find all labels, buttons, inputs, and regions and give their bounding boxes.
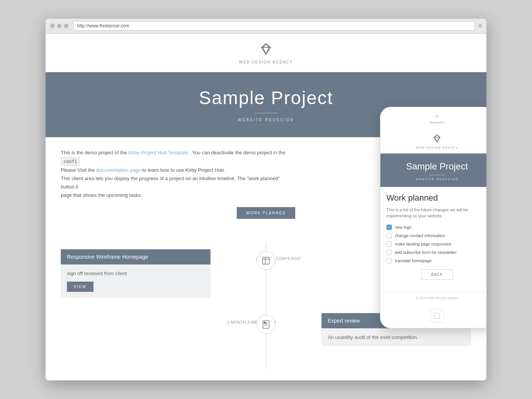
checklist-item: add subscribe form for newsletter <box>386 250 486 255</box>
svg-marker-14 <box>434 135 440 142</box>
timeline-card-1: Responsive Wireframe Homepage sign off r… <box>61 249 211 298</box>
intro-text-5: This client area lets you display the pr… <box>61 176 280 190</box>
expert-card-body: An usability audit of the exist competit… <box>321 328 471 346</box>
hero-title: Sample Project <box>53 87 479 108</box>
mobile-site-name: WEB DESIGN AGENCY <box>380 146 486 149</box>
mobile-body: Work planned This is a list of the futur… <box>380 187 486 292</box>
svg-rect-13 <box>264 322 265 323</box>
mobile-speaker <box>429 122 445 124</box>
timeline-icon-2 <box>256 315 276 334</box>
checklist-item: make landing page responsive <box>386 241 486 247</box>
mobile-section-title: Work planned <box>386 193 486 203</box>
mobile-hero-divider <box>429 175 445 175</box>
browser-dot-red <box>50 24 55 28</box>
svg-marker-0 <box>261 44 271 54</box>
intro-text-2: . You can deactivate the demo project in… <box>190 150 285 155</box>
checkbox-checked-icon[interactable]: ✓ <box>386 225 392 230</box>
website-content: WEB DESIGN AGENCY Sample Project WEBSITE… <box>46 34 486 381</box>
config-badge: confi <box>61 157 80 166</box>
intro-text-6: page that shows the upcoming tasks. <box>61 192 142 198</box>
browser-dots <box>50 24 68 28</box>
mobile-camera <box>435 115 439 118</box>
url-text: http://www.freelancer.com <box>77 23 129 28</box>
intro-text-4: to learn how to use Kirby Project Hub. <box>142 167 225 173</box>
intro-text-3: Please Visit the <box>61 167 96 173</box>
timeline-item-2-time: 1 MONTH 3 WEEKS AGO <box>127 313 276 325</box>
checkbox-empty-icon[interactable] <box>386 233 392 238</box>
kirby-link[interactable]: Kirby Project Hub Template <box>128 150 188 155</box>
timeline-card-1-desc: sign off received from client <box>67 271 204 276</box>
expert-card-desc: An usability audit of the exist competit… <box>328 334 465 340</box>
svg-rect-20 <box>434 313 440 318</box>
view-button[interactable]: VIEW <box>67 282 93 292</box>
mobile-section-desc: This is a list of the future changes we … <box>386 207 486 219</box>
intro-text: This is the demo project of the Kirby Pr… <box>61 149 289 200</box>
docs-link[interactable]: documentation page <box>96 167 141 173</box>
checklist-item-label: make landing page responsive <box>395 242 451 246</box>
checklist-item: change contact information <box>386 233 486 238</box>
hero-divider <box>255 113 277 113</box>
checklist-item-label: new logo <box>395 225 412 230</box>
mobile-checklist: ✓new logochange contact informationmake … <box>386 225 486 263</box>
browser-dot-yellow <box>57 24 62 28</box>
url-bar[interactable]: http://www.freelancer.com <box>73 21 475 30</box>
checklist-item-label: add subscribe form for newsletter <box>395 250 457 255</box>
back-button[interactable]: BACK <box>421 269 452 280</box>
mobile-hero-title: Sample Project <box>386 161 486 172</box>
work-planned-button[interactable]: WORK PLANNED <box>237 207 295 219</box>
intro-text-1: This is the demo project of the <box>61 150 128 155</box>
checklist-item-label: translate homepage <box>395 258 432 263</box>
checkbox-empty-icon[interactable] <box>386 250 392 255</box>
mobile-device: WEB DESIGN AGENCY Sample Project WEBSITE… <box>380 107 486 328</box>
checklist-item-label: change contact information <box>395 233 445 238</box>
timeline-icon-1 <box>256 251 276 270</box>
site-header: WEB DESIGN AGENCY <box>46 34 486 72</box>
mobile-site-header: WEB DESIGN AGENCY <box>380 130 486 154</box>
page-body: This is the demo project of the Kirby Pr… <box>46 137 486 381</box>
checkbox-empty-icon[interactable] <box>386 241 392 247</box>
mobile-diamond-icon <box>380 134 486 144</box>
browser-toolbar: http://www.freelancer.com ≡ <box>46 19 486 34</box>
checklist-item: ✓new logo <box>386 225 486 230</box>
diamond-logo-icon <box>46 43 486 58</box>
mobile-home-button[interactable] <box>430 309 444 323</box>
timeline-item-1-content: Responsive Wireframe Homepage sign off r… <box>61 249 233 298</box>
mobile-hero-sub: WEBSITE REDESIGN <box>386 177 486 181</box>
mobile-footer: © 2015 Web Design Agency <box>380 292 486 305</box>
browser-window: http://www.freelancer.com ≡ WEB DESIGN A… <box>46 19 486 381</box>
mobile-hero: Sample Project WEBSITE REDESIGN <box>380 154 486 187</box>
browser-dot-green <box>64 24 68 28</box>
site-logo-text: WEB DESIGN AGENCY <box>46 60 486 64</box>
browser-menu-icon[interactable]: ≡ <box>478 22 482 29</box>
svg-rect-6 <box>263 257 269 264</box>
checklist-item: translate homepage <box>386 258 486 263</box>
timeline-card-1-header: Responsive Wireframe Homepage <box>61 249 211 264</box>
timeline-card-1-body: sign off received from client VIEW <box>61 264 211 298</box>
checkbox-empty-icon[interactable] <box>386 258 392 263</box>
